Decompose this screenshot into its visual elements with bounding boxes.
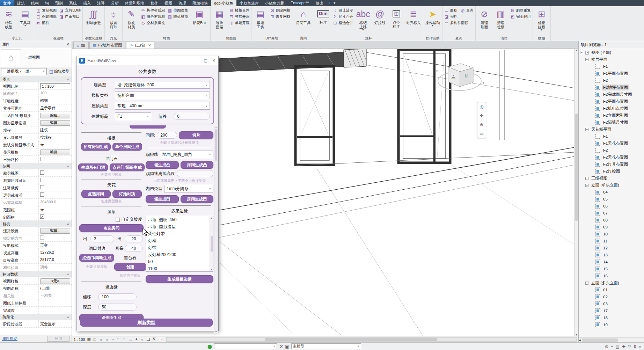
generate-floor-edge-button[interactable]: 生成楼板边缘 bbox=[146, 275, 213, 283]
property-value[interactable] bbox=[38, 177, 72, 184]
generate-single-room-button[interactable]: 单个房间生成 bbox=[112, 143, 142, 151]
menu-tab[interactable]: 插入 bbox=[80, 0, 94, 6]
menu-tab[interactable]: 分析 bbox=[108, 0, 122, 6]
tree-expander[interactable]: − bbox=[585, 58, 588, 61]
dimension-button[interactable]: Dim标注 bbox=[315, 7, 331, 25]
special-linetype-button[interactable]: ≋特殊 线型 bbox=[1, 7, 16, 29]
collapse-chevron-icon[interactable]: ∧ bbox=[67, 78, 69, 81]
multilayer-edge-list[interactable]: 吊顶_侧板_450吊顶_圆形造型柔性灯带灯槽灯带反灯槽200*200501100… bbox=[146, 216, 213, 272]
menu-tab[interactable]: Enscape™ bbox=[287, 0, 313, 6]
property-value[interactable]: 28177.0 bbox=[38, 256, 72, 263]
info-mount-button[interactable]: ⊞信息 挂载▾ bbox=[534, 7, 549, 31]
close-dialog-button[interactable]: ✕ bbox=[212, 58, 215, 63]
select-pinned-icon[interactable]: ⌖ bbox=[611, 344, 613, 349]
multilayer-edge-item[interactable]: 灯带 bbox=[146, 244, 213, 251]
tree-item[interactable]: F2地坪布置图 bbox=[579, 84, 644, 91]
browser-horizontal-scrollbar[interactable]: ◀ bbox=[579, 337, 644, 342]
tree-item[interactable]: 11 bbox=[579, 238, 644, 245]
wall-type-combo[interactable]: 墙_原建筑墙体_200∨ bbox=[115, 81, 210, 89]
menu-tab[interactable]: 系统 bbox=[66, 0, 80, 6]
create-sheet-button[interactable]: ▢创建图纸 bbox=[35, 14, 57, 20]
roof-pick-room-button[interactable]: 点选房间 bbox=[79, 224, 144, 232]
offset-input[interactable]: 0 bbox=[174, 113, 210, 120]
modify-material-button[interactable]: ✎修改 材质 bbox=[124, 7, 139, 29]
property-section-header[interactable]: 标识数据∧ bbox=[0, 271, 72, 277]
property-value[interactable]: 编辑... bbox=[38, 119, 72, 126]
tree-item[interactable]: 12 bbox=[579, 245, 644, 251]
component-material-brush-button[interactable]: ✏构件材质刷 bbox=[140, 8, 166, 13]
tree-item[interactable]: 09 bbox=[579, 224, 644, 231]
tree-item[interactable]: F2灯控图 bbox=[579, 168, 644, 175]
tree-expander[interactable]: − bbox=[585, 282, 588, 285]
close-view-icon[interactable]: ✕ bbox=[148, 43, 151, 47]
curtain-wall-workshop-button[interactable]: ▤幕墙 工坊 bbox=[253, 7, 268, 29]
ceiling-pick-room-button[interactable]: 点选房间 bbox=[81, 190, 111, 198]
tree-item[interactable]: F1 bbox=[579, 133, 644, 140]
query-button[interactable]: ◎查询 bbox=[460, 8, 474, 13]
clean-section-button[interactable]: ⊘清理 剖面 bbox=[477, 7, 492, 29]
property-edit-button[interactable]: 编辑... bbox=[40, 150, 70, 155]
property-value[interactable]: <无> bbox=[38, 277, 72, 284]
decal-box-button[interactable]: ▣贴花Box bbox=[190, 7, 209, 25]
loss-button[interactable]: ◪损耗 bbox=[444, 14, 458, 20]
menu-tab[interactable]: 注释 bbox=[94, 0, 108, 6]
tree-item[interactable]: 04 bbox=[579, 189, 644, 196]
property-value[interactable]: 编辑... bbox=[38, 112, 72, 119]
tree-item[interactable]: 19 bbox=[579, 321, 644, 328]
shadows-icon[interactable]: ☼ bbox=[104, 337, 109, 342]
room-tools-button[interactable]: ⌂房间工具 bbox=[293, 7, 313, 25]
tree-item[interactable]: 15 bbox=[579, 265, 644, 272]
property-value[interactable] bbox=[38, 299, 72, 306]
lock-3d-icon[interactable]: ⌂ bbox=[128, 337, 133, 342]
property-checkbox[interactable]: ✓ bbox=[40, 214, 44, 219]
place-light-strip-button[interactable]: ☼放置 灯带 bbox=[106, 7, 121, 29]
tree-item[interactable]: 10 bbox=[579, 231, 644, 238]
menu-tab[interactable]: 预制 bbox=[52, 0, 66, 6]
tree-expander[interactable]: − bbox=[585, 184, 588, 187]
concave-type-combo[interactable]: 1mm分隔条∨ bbox=[164, 185, 213, 192]
property-edit-button[interactable]: <无> bbox=[40, 278, 70, 284]
multilayer-edge-item[interactable]: 灯槽 bbox=[146, 237, 213, 244]
generate-all-rooms-button[interactable]: 所有房间生成 bbox=[81, 143, 111, 151]
view-scale[interactable]: 1 : 100 bbox=[74, 337, 85, 342]
wall-convex-button[interactable]: 墙生成凸 bbox=[146, 161, 179, 169]
property-checkbox[interactable] bbox=[40, 170, 44, 175]
menu-tab[interactable]: 体量和场地 bbox=[122, 0, 147, 6]
sun-path-icon[interactable]: ☼ bbox=[98, 337, 103, 342]
skirting-height-input[interactable] bbox=[177, 170, 213, 177]
scroll-down-icon[interactable]: ▼ bbox=[575, 334, 578, 336]
scroll-left-icon[interactable]: ◀ bbox=[579, 338, 581, 342]
level-combo[interactable]: F1∨ bbox=[115, 112, 151, 120]
crop-view-icon[interactable]: ⬚ bbox=[116, 337, 121, 342]
temporary-view-icon[interactable]: ❏ bbox=[146, 337, 151, 342]
property-checkbox[interactable] bbox=[40, 178, 44, 182]
collapse-chevron-icon[interactable]: ∧ bbox=[67, 315, 69, 319]
light-control-line-button[interactable]: @灯控线 bbox=[372, 7, 388, 25]
bitmap-collect-button[interactable]: ▩位图收集 bbox=[167, 8, 189, 13]
tree-item[interactable]: 05 bbox=[579, 196, 644, 203]
type-selector-combo[interactable]: 三维视图: {三维} ∨ bbox=[1, 68, 47, 75]
nav-options-icon[interactable]: ▭ bbox=[480, 131, 484, 136]
tree-item[interactable]: F2机电点位图 bbox=[579, 105, 644, 112]
navigation-bar[interactable]: ◎ ✚ ⊕ ▭ bbox=[477, 102, 486, 138]
collapse-chevron-icon[interactable]: ∧ bbox=[67, 272, 69, 276]
wall-edge-depth-input[interactable]: 50 bbox=[98, 304, 137, 311]
property-value-input[interactable]: 1 : 100 bbox=[40, 83, 70, 89]
tree-item[interactable]: 14 bbox=[579, 258, 644, 265]
multilayer-edge-item[interactable]: 吊顶_侧板_450 bbox=[146, 216, 213, 223]
multi-component-area-button[interactable]: ▭多构件面积 bbox=[444, 20, 469, 26]
tree-item[interactable]: 13 bbox=[579, 251, 644, 258]
property-value[interactable]: {三维} bbox=[38, 285, 72, 292]
dialog-titlebar[interactable]: R FacedWallView – ▢ ✕ bbox=[76, 56, 218, 65]
property-value[interactable] bbox=[38, 184, 72, 191]
reveal-hidden-icon[interactable]: ✦ bbox=[134, 337, 139, 342]
slice-button[interactable]: 切片 bbox=[179, 131, 213, 139]
property-value[interactable]: 100 bbox=[38, 90, 72, 97]
tree-item[interactable]: F2平面布置图 bbox=[579, 98, 644, 105]
pick-door-partition-button[interactable]: 点选门/隔断生成 bbox=[110, 163, 145, 171]
create-button[interactable]: 创建 bbox=[114, 263, 146, 271]
tree-expander[interactable]: − bbox=[585, 128, 588, 131]
list-scrollbar[interactable]: ▲▼ bbox=[210, 216, 213, 271]
multilayer-edge-item[interactable]: 50 bbox=[146, 258, 213, 265]
property-value[interactable]: 32726.2 bbox=[38, 249, 72, 256]
